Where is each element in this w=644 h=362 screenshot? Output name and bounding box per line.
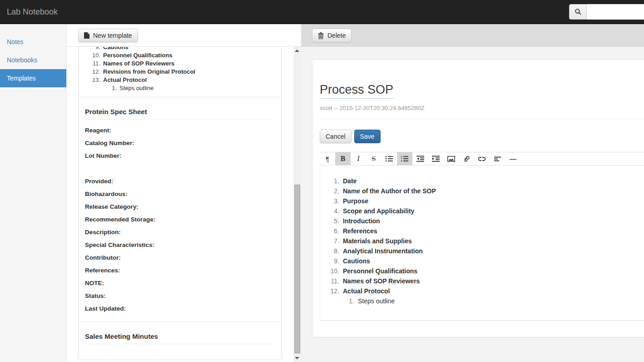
- spec-field: Lot Number:: [85, 150, 275, 162]
- editor-list-item: 11. Names of SOP Reviewers: [320, 276, 644, 286]
- author-timestamp: scott -- 2015-12-30T20:30:24.6465280Z: [320, 105, 644, 111]
- bold-icon[interactable]: B: [335, 152, 351, 165]
- templates-toolbar: New template: [67, 24, 301, 47]
- template-title: Sales Meeting Minutes: [85, 332, 275, 340]
- form-actions: Cancel Save: [320, 130, 644, 143]
- brand-link[interactable]: Lab Notebook: [7, 0, 58, 24]
- divider: [320, 119, 644, 119]
- editor-list-item: 1. Date: [320, 176, 644, 186]
- editor-list-item: 8. Analytical Instrumentation: [320, 246, 644, 256]
- navbar: Lab Notebook: [0, 0, 644, 24]
- divider: [85, 344, 274, 344]
- search-icon: [575, 8, 582, 15]
- strikethrough-icon[interactable]: S: [366, 152, 381, 165]
- spec-field: Catalog Number:: [85, 137, 275, 150]
- sidebar: Notes Notebooks Templates: [0, 24, 67, 362]
- sidebar-item-notebooks[interactable]: Notebooks: [0, 51, 66, 69]
- new-template-button[interactable]: New template: [78, 29, 138, 42]
- delete-button[interactable]: Delete: [312, 29, 352, 42]
- trash-icon: [318, 32, 324, 39]
- spec-field: Release Category:: [85, 201, 275, 213]
- align-icon[interactable]: [490, 152, 505, 165]
- editor-card: Process SOP scott -- 2015-12-30T20:30:24…: [312, 59, 644, 337]
- save-button[interactable]: Save: [354, 130, 381, 143]
- editor-panel: Delete Process SOP scott -- 2015-12-30T2…: [301, 24, 644, 362]
- spec-field: References:: [85, 264, 275, 277]
- editor-list-item: 4. Scope and Applicability: [320, 206, 644, 216]
- spec-field: Provided:: [85, 175, 275, 188]
- list-item: 9. Cautions: [85, 47, 275, 51]
- spec-field: Contributor:: [85, 251, 275, 264]
- new-file-icon: [84, 32, 89, 39]
- search-group: [569, 4, 644, 20]
- template-item-protein-spec-sheet[interactable]: Protein Spec Sheet Reagent: Catalog Numb…: [79, 97, 281, 322]
- link-icon[interactable]: [474, 152, 490, 165]
- spec-field: Description:: [85, 226, 275, 239]
- scroll-down-arrow-icon[interactable]: [293, 355, 301, 362]
- list-item: 13. Actual Protocol: [85, 76, 275, 84]
- spec-field: Reagent:: [85, 124, 275, 137]
- page-title: Process SOP: [320, 60, 644, 99]
- unordered-list-icon[interactable]: [381, 152, 397, 165]
- indent-icon[interactable]: [428, 152, 443, 165]
- list-subitem: 1. Steps outline: [85, 84, 275, 92]
- editor-list-subitem: 1. Steps outline: [320, 296, 644, 306]
- editor-action-bar: Delete: [301, 24, 644, 47]
- template-item-sales-meeting-minutes[interactable]: Sales Meeting Minutes: [79, 322, 281, 360]
- search-button[interactable]: [569, 4, 587, 20]
- ordered-list-icon[interactable]: [397, 152, 412, 165]
- scrollbar-thumb[interactable]: [294, 185, 300, 353]
- editor-list-item: 5. Introduction: [320, 216, 644, 226]
- sidebar-item-templates[interactable]: Templates: [0, 69, 66, 87]
- spec-field: Last Updated:: [85, 302, 275, 315]
- editor-list-item: 9. Cautions: [320, 256, 644, 266]
- italic-icon[interactable]: I: [351, 152, 366, 165]
- templates-scrollbar[interactable]: [293, 47, 301, 362]
- attachment-icon[interactable]: [459, 152, 474, 165]
- templates-panel: New template 9. Cautions 10. Personnel Q…: [67, 24, 301, 362]
- editor-list-item: 6. References: [320, 226, 644, 236]
- editor-content[interactable]: 1. Date 2. Name of the Author of the SOP…: [320, 166, 644, 321]
- scroll-up-arrow-icon[interactable]: [293, 47, 301, 54]
- editor-toolbar: ¶ B I S: [320, 152, 644, 166]
- image-icon[interactable]: [443, 152, 459, 165]
- templates-card: 9. Cautions 10. Personnel Qualifications…: [78, 47, 282, 360]
- horizontal-rule-icon[interactable]: —: [505, 152, 520, 165]
- search-input[interactable]: [587, 4, 644, 20]
- spec-field: [85, 162, 275, 175]
- outdent-icon[interactable]: [412, 152, 428, 165]
- spec-field: Biohazardous:: [85, 188, 275, 201]
- sidebar-item-notes[interactable]: Notes: [0, 33, 66, 51]
- editable-title[interactable]: Process SOP: [320, 83, 393, 99]
- editor-list-item: 12. Actual Protocol: [320, 286, 644, 296]
- spec-field: NOTE:: [85, 277, 275, 290]
- delete-label: Delete: [327, 32, 346, 39]
- cancel-button[interactable]: Cancel: [320, 130, 352, 143]
- divider: [85, 119, 274, 120]
- list-item: 12. Revisions from Original Protocol: [85, 68, 275, 76]
- editor-list-item: 10. Personnel Qualifications: [320, 266, 644, 276]
- editor-list-item: 2. Name of the Author of the SOP: [320, 186, 644, 196]
- editor-list-item: 7. Materials and Supplies: [320, 236, 644, 246]
- spec-field: Status:: [85, 290, 275, 302]
- editor-list-item: 3. Purpose: [320, 196, 644, 206]
- template-title: Protein Spec Sheet: [85, 108, 275, 116]
- spec-field: Special Characteristics:: [85, 239, 275, 251]
- list-item: 11. Names of SOP Reviewers: [85, 60, 275, 68]
- paragraph-icon[interactable]: ¶: [320, 152, 335, 165]
- templates-list-viewport: 9. Cautions 10. Personnel Qualifications…: [67, 47, 301, 362]
- spec-field: Recommended Storage:: [85, 213, 275, 226]
- new-template-label: New template: [93, 32, 132, 39]
- template-item-process-sop[interactable]: 9. Cautions 10. Personnel Qualifications…: [79, 47, 281, 97]
- list-item: 10. Personnel Qualifications: [85, 51, 275, 60]
